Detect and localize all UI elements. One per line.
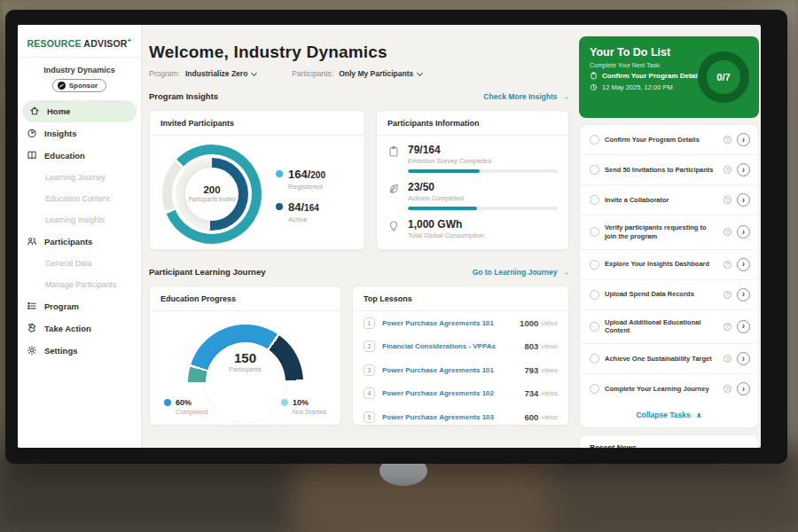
info-icon[interactable]: ? <box>724 385 732 393</box>
sidebar-item-label: Education Content <box>45 194 109 203</box>
checkbox-circle[interactable] <box>590 195 599 205</box>
checkbox-circle[interactable] <box>590 260 599 270</box>
lesson-link[interactable]: Power Purchase Agreements 103 <box>382 413 524 421</box>
checkbox-circle[interactable] <box>590 135 599 145</box>
sidebar-item-learning-insights[interactable]: Learning Insights <box>18 209 141 231</box>
go-to-learning-journey-link[interactable]: Go to Learning Journey → <box>473 268 569 277</box>
sidebar-item-education-content[interactable]: Education Content <box>18 188 141 209</box>
gauge-center-value: 150 <box>188 350 303 365</box>
todo-progress-value: 0/7 <box>716 72 730 82</box>
sidebar-item-home[interactable]: Home <box>22 100 137 122</box>
sidebar-item-take-action[interactable]: Take Action <box>18 317 141 340</box>
lesson-row-5[interactable]: 5 Power Purchase Agreements 103 600 view… <box>353 405 568 426</box>
todo-item-5[interactable]: Explore Your Insights Dashboard ? › <box>580 250 758 280</box>
chevron-right-icon[interactable]: › <box>737 133 750 146</box>
todo-item-3[interactable]: Invite a Collaborator ? › <box>580 185 758 215</box>
sidebar-item-general-data[interactable]: General Data <box>18 253 141 274</box>
arrow-right-icon: → <box>562 92 570 101</box>
todo-item-9[interactable]: Complete Your Learning Journey ? › <box>580 374 758 403</box>
emission-survey-label: Emission Survey Completed <box>408 157 558 165</box>
info-icon[interactable]: ? <box>724 261 732 269</box>
todo-item-label: Send 50 Invitations to Participants <box>605 166 718 175</box>
main-content: Welcome, Industry Dynamics Program: Indu… <box>149 25 569 426</box>
checkbox-circle[interactable] <box>590 165 599 175</box>
lesson-link[interactable]: Financial Considerations - VPPAs <box>382 342 524 350</box>
info-icon[interactable]: ? <box>724 196 732 204</box>
info-icon[interactable]: ? <box>724 166 732 174</box>
info-icon[interactable]: ? <box>724 136 732 144</box>
program-filter-dropdown[interactable]: Industrialize Zero <box>185 69 256 78</box>
todo-header-card: Your To Do List Complete Your Next Task:… <box>579 36 759 118</box>
book-icon <box>27 150 37 160</box>
participants-information-card: Participants Information 79/164 Emission… <box>376 110 569 250</box>
logo-plus: + <box>128 36 132 44</box>
chevron-right-icon[interactable]: › <box>737 288 750 301</box>
go-to-learning-journey-label: Go to Learning Journey <box>473 268 558 277</box>
checkbox-circle[interactable] <box>590 290 599 300</box>
sidebar-item-label: Take Action <box>44 324 91 333</box>
actions-completed-row: 23/50 Actions Completed <box>377 173 568 210</box>
gear-icon <box>27 345 37 356</box>
completed-label: Completed <box>176 408 207 416</box>
todo-item-label: Achieve One Sustainability Target <box>605 355 718 364</box>
todo-item-7[interactable]: Upload Additional Educational Content ? … <box>580 310 758 345</box>
lesson-link[interactable]: Power Purchase Agreements 101 <box>382 319 520 327</box>
lesson-rank: 1 <box>364 317 375 329</box>
chevron-right-icon[interactable]: › <box>737 163 750 176</box>
lesson-row-4[interactable]: 4 Power Purchase Agreements 102 734 view… <box>353 382 568 406</box>
checkbox-circle[interactable] <box>590 384 599 394</box>
chevron-right-icon[interactable]: › <box>737 258 750 271</box>
lesson-row-1[interactable]: 1 Power Purchase Agreements 101 1000 vie… <box>353 311 568 335</box>
lesson-views-count: 734 <box>524 388 538 398</box>
legend-entry-registered: 164/200 Registered <box>276 166 325 191</box>
actions-completed-progressbar <box>408 207 558 210</box>
lesson-row-2[interactable]: 2 Financial Considerations - VPPAs 803 v… <box>353 335 568 359</box>
education-gauge: 150 Participants <box>188 325 303 383</box>
collapse-tasks-link[interactable]: Collapse Tasks ∧ <box>580 403 758 427</box>
chevron-right-icon[interactable]: › <box>737 382 750 395</box>
sidebar-item-program[interactable]: Program <box>18 295 141 317</box>
todo-item-2[interactable]: Send 50 Invitations to Participants ? › <box>580 155 758 185</box>
todo-item-label: Upload Additional Educational Content <box>605 318 718 336</box>
chevron-right-icon[interactable]: › <box>737 225 750 239</box>
lesson-row-3[interactable]: 3 Power Purchase Agreements 101 793 view… <box>353 358 568 382</box>
info-icon[interactable]: ? <box>724 355 732 363</box>
todo-item-label: Upload Spend Data Records <box>605 290 718 299</box>
lesson-link[interactable]: Power Purchase Agreements 101 <box>382 366 524 374</box>
participants-filter-dropdown[interactable]: Only My Participants <box>339 69 422 78</box>
lesson-views-count: 600 <box>524 412 538 422</box>
info-icon[interactable]: ? <box>724 228 732 236</box>
todo-item-4[interactable]: Verify participants requesting to join t… <box>580 215 758 250</box>
todo-item-1[interactable]: Confirm Your Program Details ? › <box>580 125 758 155</box>
todo-item-8[interactable]: Achieve One Sustainability Target ? › <box>580 344 758 374</box>
chevron-right-icon[interactable]: › <box>737 352 750 365</box>
lesson-link[interactable]: Power Purchase Agreements 102 <box>382 389 524 397</box>
checkbox-circle[interactable] <box>590 354 599 364</box>
sidebar-item-participants[interactable]: Participants <box>18 231 141 253</box>
pie-chart-icon <box>27 128 37 138</box>
sidebar-item-settings[interactable]: Settings <box>18 340 141 362</box>
todo-item-label: Explore Your Insights Dashboard <box>605 260 718 269</box>
donut-center-value: 200 <box>203 184 220 195</box>
participants-information-title: Participants Information <box>377 111 568 136</box>
todo-item-6[interactable]: Upload Spend Data Records ? › <box>580 280 758 310</box>
not-started-label: Not Started <box>293 408 326 416</box>
checkbox-circle[interactable] <box>590 227 599 237</box>
learning-journey-header: Participant Learning Journey Go to Learn… <box>149 267 569 277</box>
gauge-legend-dot <box>281 399 288 406</box>
filters-row: Program: Industrialize Zero Participants… <box>149 69 569 78</box>
info-icon[interactable]: ? <box>724 323 732 331</box>
sidebar-item-education[interactable]: Education <box>18 145 141 167</box>
active-value: 84/ <box>288 200 304 214</box>
info-icon[interactable]: ? <box>724 291 732 299</box>
sidebar-item-learning-journey[interactable]: Learning Journey <box>18 167 141 188</box>
lesson-views-count: 1000 <box>520 318 538 328</box>
chevron-right-icon[interactable]: › <box>737 320 750 333</box>
dashboard-screen: RESOURCE ADVISOR+ Industry Dynamics Spon… <box>18 25 761 448</box>
checkbox-circle[interactable] <box>590 322 599 332</box>
sidebar-item-label: Learning Insights <box>45 215 105 224</box>
sidebar-item-insights[interactable]: Insights <box>18 122 141 145</box>
check-more-insights-link[interactable]: Check More Insights → <box>483 92 569 101</box>
chevron-right-icon[interactable]: › <box>737 193 750 207</box>
sidebar-item-manage-participants[interactable]: Manage Participants <box>18 274 141 295</box>
